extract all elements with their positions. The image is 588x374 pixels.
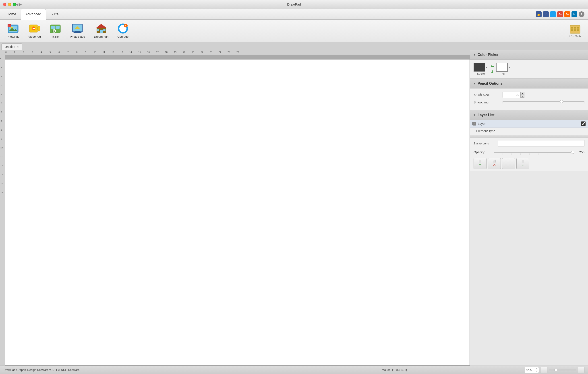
svg-marker-20 xyxy=(96,24,106,28)
svg-text:22: 22 xyxy=(201,51,203,53)
svg-text:6: 6 xyxy=(1,111,2,113)
doc-tab-title: Untitled xyxy=(5,45,15,49)
ruler-horizontal: // Done via static SVG text below 0 1 2 … xyxy=(5,50,470,55)
background-label: Background xyxy=(473,142,496,145)
close-tab-button[interactable]: × xyxy=(17,45,19,48)
svg-text:≫: ≫ xyxy=(53,30,56,32)
toolbar-videopad[interactable]: VideoPad xyxy=(26,22,43,40)
toolbar-upgrade-label: Upgrade xyxy=(117,35,128,38)
zoom-slider-thumb[interactable] xyxy=(555,369,557,371)
layer-list-collapse-icon: ▼ xyxy=(473,113,476,117)
brush-size-input[interactable] xyxy=(503,91,520,98)
facebook-icon[interactable]: f xyxy=(543,11,549,17)
toolbar-upgrade[interactable]: Upgrade xyxy=(115,22,131,40)
stumbleupon-icon[interactable]: Su xyxy=(564,11,570,17)
toolbar-dreamplan[interactable]: DreamPlan xyxy=(92,22,111,40)
close-button[interactable] xyxy=(3,3,6,6)
layer-visibility-checkbox[interactable] xyxy=(581,121,586,126)
svg-text:21: 21 xyxy=(192,51,195,53)
zoom-in-button[interactable]: + xyxy=(578,367,584,373)
copy-layer-button[interactable]: ❑ xyxy=(502,158,515,169)
color-picker-header[interactable]: ▼ Color Picker xyxy=(470,50,588,60)
back-button[interactable]: ◀ xyxy=(16,2,18,6)
photopad-icon xyxy=(8,23,19,34)
pencil-options-header[interactable]: ▼ Pencil Options xyxy=(470,79,588,89)
twitter-icon[interactable]: t xyxy=(550,11,556,17)
svg-rect-11 xyxy=(55,26,60,29)
svg-text:9: 9 xyxy=(1,138,2,140)
svg-marker-6 xyxy=(37,26,40,31)
svg-text:1: 1 xyxy=(1,66,2,69)
fill-swatch[interactable] xyxy=(496,63,508,72)
layer-collapse-button[interactable]: − xyxy=(472,122,476,125)
opacity-thumb[interactable] xyxy=(571,151,574,154)
background-swatch[interactable] xyxy=(498,140,584,146)
brush-size-up-button[interactable]: ▲ xyxy=(520,92,525,95)
linkedin-icon[interactable]: in xyxy=(571,11,577,17)
toolbar-photostage[interactable]: PhotoStage xyxy=(68,22,87,40)
swap-colors-button[interactable]: ⬅ xyxy=(491,64,494,69)
zoom-in-icon: + xyxy=(580,368,582,372)
download-layer-button[interactable]: ⬜ ↓ xyxy=(516,158,529,169)
smoothing-row: Smoothing: xyxy=(473,101,584,104)
zoom-value: 52% xyxy=(526,368,535,372)
pixillion-icon: ≫ xyxy=(50,23,61,34)
add-layer-button[interactable]: ⬜ + xyxy=(473,158,486,169)
color-picker-section: ▼ Color Picker ▼ Stroke ⬅ ⬇ xyxy=(470,50,588,79)
toolbar-photopad[interactable]: PhotoPad xyxy=(4,22,22,40)
zoom-down-button[interactable]: ▼ xyxy=(535,370,538,373)
minimize-button[interactable] xyxy=(8,3,11,6)
smoothing-track xyxy=(503,101,584,102)
svg-text:5: 5 xyxy=(50,51,51,53)
app-title: DrawPad xyxy=(287,2,301,6)
tab-home[interactable]: Home xyxy=(2,9,21,19)
layer-list-header[interactable]: ▼ Layer List xyxy=(470,110,588,120)
toolbar-pixillion[interactable]: ≫ Pixillion xyxy=(48,22,63,40)
doc-tab-untitled[interactable]: Untitled × xyxy=(1,43,22,50)
brush-size-down-button[interactable]: ▼ xyxy=(520,95,525,98)
svg-text:8: 8 xyxy=(76,51,78,53)
stroke-dropdown-button[interactable]: ▼ xyxy=(485,66,488,69)
reset-colors-button[interactable]: ⬇ xyxy=(491,70,494,74)
svg-text:7: 7 xyxy=(67,51,69,53)
layer-name: Layer xyxy=(478,122,579,125)
drawing-canvas[interactable] xyxy=(5,59,470,365)
help-icon[interactable]: ? xyxy=(579,11,584,17)
canvas-container xyxy=(5,55,470,365)
svg-text:25: 25 xyxy=(228,51,230,53)
fill-dropdown-button[interactable]: ▼ xyxy=(508,66,511,69)
layer-list-section: ▼ Layer List − Layer Element Type xyxy=(470,110,588,135)
copy-layer-icon: ❑ xyxy=(507,161,511,166)
svg-rect-31 xyxy=(577,27,579,29)
upgrade-icon xyxy=(117,23,128,34)
toolbar-dreamplan-label: DreamPlan xyxy=(94,35,108,38)
layer-scrollbar[interactable] xyxy=(470,135,588,138)
svg-rect-33 xyxy=(574,30,576,31)
swap-arrows: ⬅ ⬇ xyxy=(491,64,494,74)
nch-suite-button[interactable]: NCH Suite xyxy=(566,23,584,39)
delete-layer-button[interactable]: ⬜ ✕ xyxy=(488,158,501,169)
svg-text:12: 12 xyxy=(112,51,114,53)
toolbar-photopad-label: PhotoPad xyxy=(7,35,19,38)
tab-suite[interactable]: Suite xyxy=(46,9,63,19)
thumbs-up-icon[interactable]: 👍 xyxy=(536,11,542,17)
opacity-label: Opacity: xyxy=(473,151,491,154)
status-text: DrawPad Graphic Design Software v 3.11 ©… xyxy=(4,368,264,372)
brush-size-row: Brush Size: ▲ ▼ xyxy=(473,91,584,98)
svg-rect-17 xyxy=(74,32,81,33)
photostage-icon xyxy=(72,23,83,34)
stroke-swatch[interactable] xyxy=(473,63,485,72)
google-plus-icon[interactable]: G+ xyxy=(557,11,563,17)
svg-rect-34 xyxy=(577,30,579,31)
svg-rect-21 xyxy=(100,30,103,33)
svg-text:16: 16 xyxy=(147,51,150,53)
forward-button[interactable]: ▶ xyxy=(19,2,22,6)
zoom-up-button[interactable]: ▲ xyxy=(535,367,538,370)
tab-advanced[interactable]: Advanced xyxy=(21,9,46,20)
dreamplan-icon xyxy=(96,23,107,34)
smoothing-thumb[interactable] xyxy=(560,100,563,103)
zoom-controls: 52% ▲ ▼ − + xyxy=(525,367,584,373)
zoom-out-button[interactable]: − xyxy=(541,367,547,373)
svg-text:3: 3 xyxy=(1,84,2,86)
tabbar: Untitled × xyxy=(0,42,588,50)
